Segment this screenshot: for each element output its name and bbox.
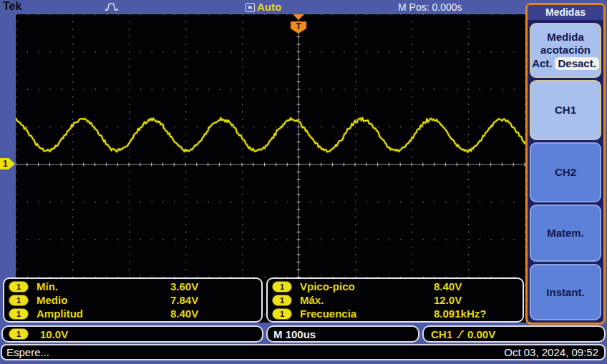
trigger-readout: CH1 0.00V <10Hz [422,325,606,343]
ch1-scale-value: 10.0V [40,328,68,340]
measurement-value: 3.60V [170,280,198,292]
menu-button-ch2-label: CH2 [555,166,576,179]
ch1-scale-readout: 1 10.0V [1,325,263,343]
svg-text:T: T [296,21,301,31]
menu-button-matem-label: Matem. [547,227,584,240]
measurement-name: Medio [37,294,67,306]
measurement-row: 1 Vpico-pico 8.40V [268,280,523,293]
scope-display: T [16,14,528,323]
gating-off-label-selected[interactable]: Desact. [555,57,598,70]
measurement-value: 8.40V [434,280,462,292]
menu-button-instant[interactable]: Instant. [530,264,601,320]
measurement-box-left: 1 Mín. 3.60V 1 Medio 7.84V 1 Amplitud 8.… [3,277,263,323]
status-message: Espere... [6,346,49,358]
side-menu-title: Medidas [528,5,603,20]
channel-badge: 1 [272,295,292,306]
measurement-value: 12.0V [434,294,462,306]
measurement-box-right: 1 Vpico-pico 8.40V 1 Máx. 12.0V 1 Frecue… [266,277,524,323]
measurement-name: Máx. [300,294,324,306]
measurement-value: 8.40V [170,308,198,320]
channel-badge: 1 [9,295,29,306]
measurement-name: Frecuencia [300,308,356,320]
timebase-readout: M 100us [266,325,419,343]
channel-badge: 1 [272,281,292,292]
measurement-value: 8.091kHz? [434,308,486,320]
side-menu-medidas: Medidas Medida acotación Act. Desact. CH… [525,3,606,325]
measurement-row: 1 Mín. 3.60V [4,280,261,293]
measurement-row: 1 Amplitud 8.40V [4,307,261,320]
channel-badge: 1 [272,308,292,320]
measurement-name: Vpico-pico [300,280,355,292]
measurement-value: 7.84V [170,294,198,306]
measurement-row: 1 Frecuencia 8.091kHz? [268,307,523,320]
menu-button-ch2[interactable]: CH2 [530,142,601,202]
menu-button-ch1[interactable]: CH1 [530,80,601,140]
measurement-name: Amplitud [37,308,83,320]
measurement-row: 1 Medio 7.84V [4,293,261,307]
trigger-waveform-icon [105,2,122,11]
status-datetime: Oct 03, 2024, 09:52 [504,346,598,358]
channel-badge: 1 [9,281,29,292]
acquisition-mode-icon: B [246,3,255,12]
channel1-ground-marker: 1 [0,158,15,169]
trigger-source: CH1 [431,328,452,340]
gating-line1: Medida [547,31,584,44]
timebase-value: M 100us [273,328,316,340]
channel-badge: 1 [9,328,29,340]
acquisition-mode-label: Auto [257,1,281,13]
side-menu-buttons: Medida acotación Act. Desact. CH1 CH2 Ma… [528,20,603,323]
status-bar: Espere... Oct 03, 2024, 09:52 [1,344,606,360]
menu-button-ch1-label: CH1 [555,104,576,117]
measurement-name: Mín. [37,280,58,292]
measurement-row: 1 Máx. 12.0V [268,293,523,307]
gating-line2: acotación [540,44,591,56]
waveform-plot: T [16,14,528,323]
rising-edge-icon [456,330,465,339]
menu-button-medida-acotacion[interactable]: Medida acotación Act. Desact. [530,23,601,78]
channel-badge: 1 [9,308,29,320]
tek-logo: Tek [3,0,21,13]
horizontal-position-readout: M Pos: 0.000s [398,1,462,13]
gating-on-label: Act. [532,57,552,70]
trigger-level: 0.00V [467,328,495,340]
menu-button-instant-label: Instant. [546,286,584,299]
menu-button-matem[interactable]: Matem. [530,205,601,262]
